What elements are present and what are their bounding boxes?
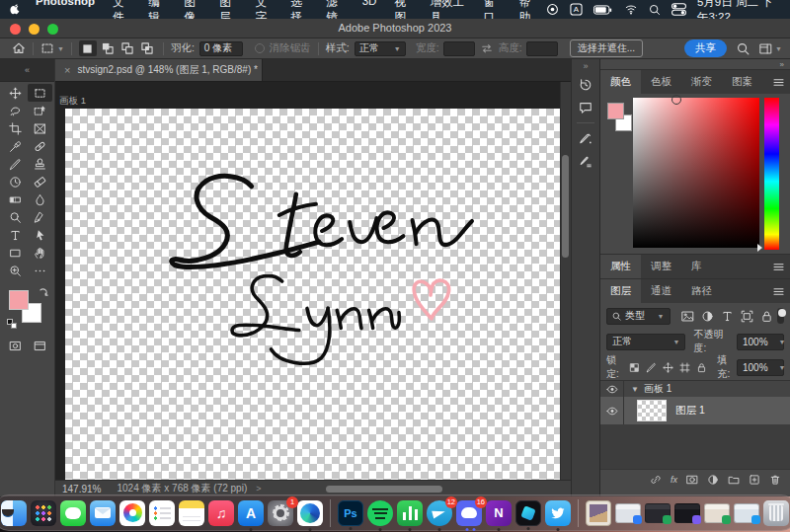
history-panel-icon[interactable] xyxy=(575,74,596,96)
music-dock-icon[interactable] xyxy=(208,500,234,526)
layer-filter-toggle[interactable] xyxy=(777,308,785,324)
stack-dock-icon[interactable] xyxy=(586,500,611,526)
lock-all-icon[interactable] xyxy=(696,362,707,373)
eraser-tool[interactable] xyxy=(28,173,52,190)
layers-tab-2[interactable]: 路径 xyxy=(681,279,722,303)
gradient-tool[interactable] xyxy=(3,190,28,208)
color-picker-cursor[interactable] xyxy=(672,95,681,105)
saturation-brightness-field[interactable] xyxy=(633,98,759,248)
quick-mask-button[interactable] xyxy=(3,337,28,354)
close-window-button[interactable] xyxy=(10,24,21,35)
panel-menu-icon[interactable] xyxy=(773,263,784,271)
photos-dock-icon[interactable] xyxy=(119,500,145,526)
default-colors-icon[interactable] xyxy=(7,319,17,329)
layer-name[interactable]: 图层 1 xyxy=(675,404,705,418)
layer-thumbnail[interactable] xyxy=(637,400,667,421)
color-tab-2[interactable]: 渐变 xyxy=(681,70,722,94)
new-layer-icon[interactable] xyxy=(749,474,760,486)
vertical-scrollbar-thumb[interactable] xyxy=(562,155,569,258)
layer-filter-type-select[interactable]: 类型▼ xyxy=(606,308,671,325)
fill-select[interactable]: 100%▼ xyxy=(737,359,784,376)
subtract-from-selection-mode-button[interactable] xyxy=(118,40,136,56)
zoom-tool[interactable] xyxy=(3,262,28,279)
feather-input[interactable]: 0 像素 xyxy=(199,41,243,56)
darkapp-dock-icon[interactable] xyxy=(515,500,541,526)
object-selection-tool[interactable] xyxy=(28,102,52,119)
wifi-icon[interactable] xyxy=(624,4,638,15)
toolbar-collapse-button[interactable]: « xyxy=(0,59,54,82)
height-input[interactable] xyxy=(526,41,558,56)
layer-row-selected[interactable]: 图层 1 xyxy=(600,397,790,424)
messages-dock-icon[interactable] xyxy=(60,500,86,526)
minimize-window-button[interactable] xyxy=(29,24,40,35)
zoom-window-button[interactable] xyxy=(47,24,58,35)
path-selection-tool[interactable] xyxy=(28,226,52,244)
color-tab-0[interactable]: 颜色 xyxy=(600,70,641,94)
apple-icon[interactable] xyxy=(10,3,21,16)
new-group-icon[interactable] xyxy=(728,474,740,486)
new-selection-mode-button[interactable] xyxy=(79,40,97,56)
trash-dock-icon[interactable] xyxy=(763,500,789,526)
properties-tab-1[interactable]: 调整 xyxy=(641,255,681,278)
lock-transparency-icon[interactable] xyxy=(629,362,640,373)
spotify-dock-icon[interactable] xyxy=(367,500,393,526)
greenapp-dock-icon[interactable] xyxy=(397,500,423,526)
hand-tool[interactable] xyxy=(28,244,52,262)
mail-dock-icon[interactable] xyxy=(90,500,116,526)
swap-width-height-icon[interactable] xyxy=(481,42,493,54)
minimized-window-1[interactable] xyxy=(615,503,641,523)
photoshop-dock-icon[interactable] xyxy=(338,500,363,526)
intersect-selection-mode-button[interactable] xyxy=(138,40,156,56)
brush-tool[interactable] xyxy=(3,155,28,173)
discord-dock-icon[interactable]: 16 xyxy=(456,500,482,526)
visibility-eye-icon[interactable] xyxy=(600,381,624,397)
status-chevron-icon[interactable]: > xyxy=(256,484,261,494)
input-source-icon[interactable]: A xyxy=(570,3,583,16)
style-select[interactable]: 正常▼ xyxy=(355,41,406,56)
screen-mode-button[interactable] xyxy=(28,337,52,354)
add-to-selection-mode-button[interactable] xyxy=(99,40,117,56)
artboard-label[interactable]: 画板 1 xyxy=(59,95,86,108)
move-tool[interactable] xyxy=(3,84,28,102)
blur-tool[interactable] xyxy=(28,190,52,208)
visibility-eye-icon[interactable] xyxy=(600,397,624,424)
filter-smart-objects-icon[interactable] xyxy=(760,310,773,323)
vertical-scrollbar[interactable] xyxy=(560,82,571,480)
swap-colors-icon[interactable] xyxy=(38,287,48,298)
crop-tool[interactable] xyxy=(3,119,28,137)
control-center-icon[interactable] xyxy=(672,3,686,16)
artboard-expand-chevron[interactable]: ▼ xyxy=(631,385,639,394)
onenote-dock-icon[interactable] xyxy=(486,500,512,526)
brush-settings-panel-icon[interactable] xyxy=(575,127,596,149)
layers-tab-1[interactable]: 通道 xyxy=(641,279,681,303)
width-input[interactable] xyxy=(443,41,475,56)
blend-mode-select[interactable]: 正常▼ xyxy=(606,334,685,350)
spotlight-search-icon[interactable] xyxy=(649,4,661,16)
minimized-window-3[interactable] xyxy=(674,503,700,523)
brushes-panel-icon[interactable] xyxy=(575,150,596,172)
minimized-window-2[interactable] xyxy=(645,503,671,523)
lock-position-icon[interactable] xyxy=(663,362,673,373)
filter-shape-layers-icon[interactable] xyxy=(741,310,753,323)
adjustment-layer-icon[interactable] xyxy=(707,474,719,486)
hue-slider[interactable] xyxy=(764,98,779,250)
launchpad-dock-icon[interactable] xyxy=(31,500,56,526)
workspace-switcher[interactable]: ▼ xyxy=(759,42,782,55)
foreground-color-swatch[interactable] xyxy=(9,290,29,310)
filter-pixel-layers-icon[interactable] xyxy=(681,310,694,323)
minimized-window-4[interactable] xyxy=(704,503,730,523)
artboard-name[interactable]: 画板 1 xyxy=(644,382,672,396)
finder-dock-icon[interactable] xyxy=(1,500,27,526)
lasso-tool[interactable] xyxy=(3,102,28,119)
frame-tool[interactable] xyxy=(28,119,52,137)
battery-icon[interactable] xyxy=(593,5,613,15)
rectangle-tool[interactable] xyxy=(3,244,28,262)
notes-dock-icon[interactable] xyxy=(179,500,204,526)
properties-tab-2[interactable]: 库 xyxy=(681,255,712,278)
properties-tab-0[interactable]: 属性 xyxy=(600,255,641,278)
edit-toolbar[interactable] xyxy=(28,262,52,279)
add-layer-mask-icon[interactable] xyxy=(686,474,698,486)
filter-type-layers-icon[interactable] xyxy=(721,310,734,323)
dodge-tool[interactable] xyxy=(3,208,28,226)
panel-collapse-button[interactable]: » xyxy=(780,60,784,69)
